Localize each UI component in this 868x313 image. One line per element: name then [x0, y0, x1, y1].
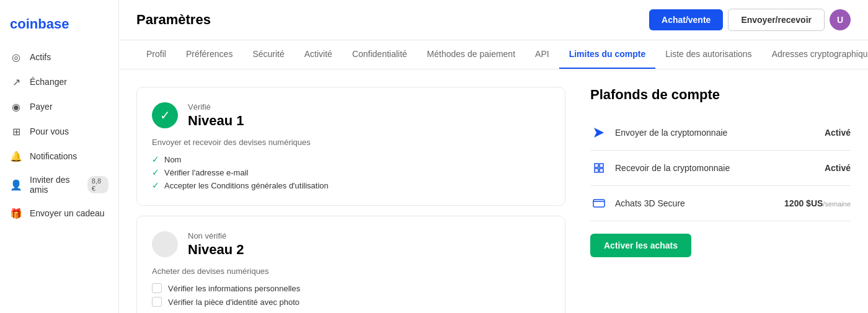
activate-button[interactable]: Activer les achats: [590, 234, 691, 257]
sidebar-item-notifications[interactable]: 🔔 Notifications: [0, 144, 118, 169]
achats-label: Achats 3D Secure: [615, 198, 777, 208]
envoyer-label: Envoyer de la cryptomonnaie: [615, 128, 817, 138]
level2-card: Non vérifié Niveau 2 Acheter des devises…: [136, 216, 565, 313]
svg-marker-1: [594, 128, 604, 138]
page-title: Paramètres: [136, 12, 211, 28]
exchange-icon: ↗: [10, 76, 22, 88]
check-item-nom: ✓ Nom: [152, 154, 550, 164]
level1-card: ✓ Vérifié Niveau 1 Envoyer et recevoir d…: [136, 87, 565, 206]
limits-title: Plafonds de compte: [590, 87, 851, 103]
card-icon: [590, 195, 608, 212]
check-icon-email: ✓: [152, 167, 159, 177]
level2-unverified-icon: [152, 231, 178, 257]
sidebar-item-pour-vous[interactable]: ⊞ Pour vous: [0, 119, 118, 144]
level1-header: ✓ Vérifié Niveau 1: [152, 102, 550, 129]
limit-row-envoyer: Envoyer de la cryptomonnaie Activé: [590, 115, 851, 151]
recevoir-label: Recevoir de la cryptomonnaie: [615, 163, 817, 173]
tab-profil[interactable]: Profil: [136, 40, 176, 69]
tab-securite[interactable]: Sécurité: [242, 40, 294, 69]
level2-checklist: Vérifier les informations personnelles V…: [152, 283, 550, 307]
level2-info: Non vérifié Niveau 2: [188, 231, 550, 258]
tab-methodes-paiement[interactable]: Méthodes de paiement: [417, 40, 525, 69]
svg-rect-3: [600, 164, 603, 167]
grid-icon: ⊞: [10, 125, 22, 138]
avatar[interactable]: U: [830, 9, 851, 30]
svg-rect-4: [595, 169, 598, 172]
level1-status: Vérifié: [188, 102, 550, 112]
recevoir-value: Activé: [825, 163, 851, 173]
main-content: Paramètres Achat/vente Envoyer/recevoir …: [119, 0, 868, 313]
envoyer-value: Activé: [825, 128, 851, 138]
level2-description: Acheter des devises numériques: [152, 267, 550, 276]
level1-checklist: ✓ Nom ✓ Vérifier l'adresse e-mail ✓ Acce…: [152, 154, 550, 190]
level1-description: Envoyer et recevoir des devises numériqu…: [152, 138, 550, 147]
tab-api[interactable]: API: [525, 40, 559, 69]
levels-panel: ✓ Vérifié Niveau 1 Envoyer et recevoir d…: [136, 87, 565, 296]
sidebar-item-cadeau[interactable]: 🎁 Envoyer un cadeau: [0, 201, 118, 226]
header-actions: Achat/vente Envoyer/recevoir U: [649, 9, 851, 31]
page-content: ✓ Vérifié Niveau 1 Envoyer et recevoir d…: [119, 69, 868, 313]
level1-title: Niveau 1: [188, 113, 550, 129]
check-icon-cgu: ✓: [152, 180, 159, 190]
sidebar: coinbase ◎ Actifs ↗ Échanger ◉ Payer ⊞ P…: [0, 0, 119, 313]
level2-title: Niveau 2: [188, 242, 550, 258]
send-receive-button[interactable]: Envoyer/recevoir: [728, 9, 825, 31]
receive-icon: [590, 159, 608, 177]
tab-limites[interactable]: Limites du compte: [559, 40, 656, 69]
bell-icon: 🔔: [10, 150, 22, 162]
eye-icon: ◉: [10, 100, 22, 113]
sidebar-item-actifs[interactable]: ◎ Actifs: [0, 45, 118, 69]
level2-header: Non vérifié Niveau 2: [152, 231, 550, 258]
page-header: Paramètres Achat/vente Envoyer/recevoir …: [119, 0, 868, 40]
checkbox-personal[interactable]: [152, 283, 162, 293]
app-logo[interactable]: coinbase: [0, 10, 118, 45]
settings-tabs: Profil Préférences Sécurité Activité Con…: [119, 40, 868, 69]
limits-panel: Plafonds de compte Envoyer de la cryptom…: [590, 87, 851, 296]
level1-verified-icon: ✓: [152, 102, 178, 128]
level2-status: Non vérifié: [188, 231, 550, 240]
svg-rect-5: [600, 169, 603, 172]
person-icon: 👤: [10, 179, 22, 191]
check-item-email: ✓ Vérifier l'adresse e-mail: [152, 167, 550, 177]
checkbox-item-personal: Vérifier les informations personnelles: [152, 283, 550, 293]
gift-icon: 🎁: [10, 207, 22, 219]
achats-value: 1200 $US/semaine: [784, 198, 851, 208]
sidebar-item-inviter[interactable]: 👤 Inviter des amis 8,8 €: [0, 169, 118, 201]
invite-badge: 8,8 €: [87, 176, 108, 193]
check-icon-nom: ✓: [152, 154, 159, 164]
checkbox-id[interactable]: [152, 297, 162, 307]
tab-activite[interactable]: Activité: [294, 40, 342, 69]
svg-text:coinbase: coinbase: [10, 16, 69, 32]
sidebar-item-payer[interactable]: ◉ Payer: [0, 94, 118, 119]
level1-info: Vérifié Niveau 1: [188, 102, 550, 129]
tab-adresses[interactable]: Adresses cryptographiques: [762, 40, 868, 69]
tab-confidentialite[interactable]: Confidentialité: [342, 40, 417, 69]
check-item-cgu: ✓ Accepter les Conditions générales d'ut…: [152, 180, 550, 190]
limit-row-recevoir: Recevoir de la cryptomonnaie Activé: [590, 151, 851, 186]
tab-liste-autorisations[interactable]: Liste des autorisations: [655, 40, 761, 69]
svg-rect-6: [593, 200, 604, 207]
limit-row-achats: Achats 3D Secure 1200 $US/semaine: [590, 186, 851, 221]
send-icon: [590, 124, 608, 141]
checkbox-item-id: Vérifier la pièce d'identité avec photo: [152, 297, 550, 307]
sidebar-item-echanger[interactable]: ↗ Échanger: [0, 69, 118, 94]
svg-rect-2: [595, 164, 598, 167]
buy-sell-button[interactable]: Achat/vente: [649, 9, 723, 30]
circle-icon: ◎: [10, 51, 22, 63]
tab-preferences[interactable]: Préférences: [176, 40, 242, 69]
